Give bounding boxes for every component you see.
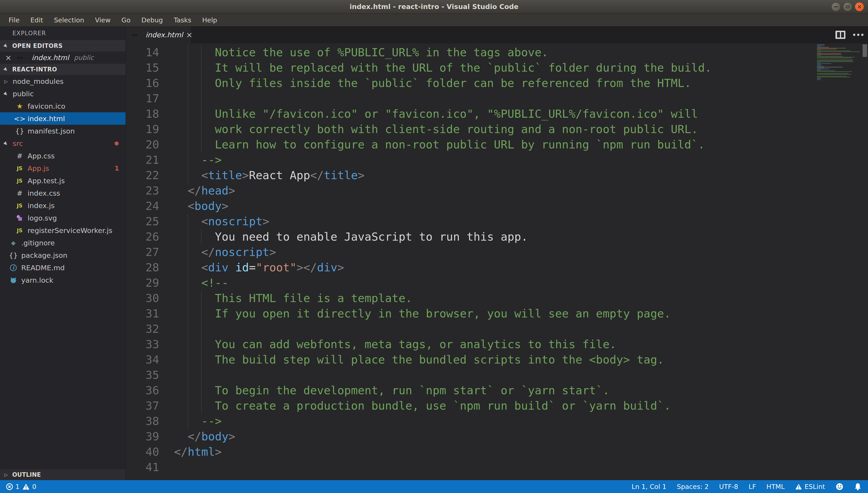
code-line-35[interactable]: 35: [126, 367, 868, 383]
code-line-19[interactable]: 19 work correctly both with client-side …: [126, 122, 868, 137]
code-line-33[interactable]: 33 You can add webfonts, meta tags, or a…: [126, 337, 868, 352]
problems-warnings[interactable]: 0: [22, 483, 36, 491]
minimize-button[interactable]: [831, 2, 841, 11]
code-line-32[interactable]: 32: [126, 321, 868, 337]
code-line-17[interactable]: 17: [126, 91, 868, 106]
menu-tasks[interactable]: Tasks: [168, 14, 197, 26]
menu-selection[interactable]: Selection: [49, 14, 90, 26]
file-index-css[interactable]: #index.css: [0, 187, 125, 199]
chevron-expanded-icon[interactable]: ▶: [2, 90, 10, 98]
split-editor-icon[interactable]: [835, 31, 845, 39]
close-editor-icon[interactable]: ×: [5, 53, 12, 62]
language-mode[interactable]: HTML: [766, 483, 785, 491]
menu-edit[interactable]: Edit: [25, 14, 49, 26]
menu-view[interactable]: View: [89, 14, 116, 26]
editor-zone: <> index.html × 14 Notice the use of %PU…: [126, 26, 868, 480]
notifications-bell-icon[interactable]: [854, 483, 862, 491]
file-index-js[interactable]: JSindex.js: [0, 199, 125, 212]
tree-item-label: .gitignore: [21, 239, 55, 247]
linter-status[interactable]: ESLint: [795, 483, 825, 491]
chevron-collapsed-icon[interactable]: ▷: [3, 79, 9, 84]
line-content: work correctly both with client-side rou…: [159, 122, 868, 137]
file-app-test-js[interactable]: JSApp.test.js: [0, 174, 125, 187]
problems-errors[interactable]: 1: [6, 483, 19, 491]
code-line-39[interactable]: 39 </body>: [126, 429, 868, 444]
folder-public[interactable]: ▶public: [0, 87, 125, 100]
minimap-line: [817, 50, 821, 50]
code-line-20[interactable]: 20 Learn how to configure a non-root pub…: [126, 137, 868, 152]
maximize-button[interactable]: [843, 2, 852, 11]
line-content: Notice the use of %PUBLIC_URL% in the ta…: [159, 45, 868, 60]
code-line-25[interactable]: 25 <noscript>: [126, 214, 868, 229]
code-line-31[interactable]: 31 If you open it directly in the browse…: [126, 306, 868, 321]
line-number: 41: [126, 459, 159, 475]
minimap-line: [817, 65, 821, 66]
code-line-15[interactable]: 15 It will be replaced with the URL of t…: [126, 60, 868, 76]
file-package-json[interactable]: {}package.json: [0, 249, 125, 261]
file-logo-svg[interactable]: logo.svg: [0, 212, 125, 224]
encoding-setting[interactable]: UTF-8: [719, 483, 738, 491]
file-readme-md[interactable]: iREADME.md: [0, 261, 125, 274]
feedback-smiley-icon[interactable]: [835, 483, 844, 491]
vertical-scrollbar[interactable]: [862, 43, 868, 480]
minimap-line: [817, 70, 835, 71]
file-registerserviceworker-js[interactable]: JSregisterServiceWorker.js: [0, 224, 125, 237]
code-line-28[interactable]: 28 <div id="root"></div>: [126, 260, 868, 275]
file-favicon-ico[interactable]: ★favicon.ico: [0, 100, 125, 112]
folder-src[interactable]: ▶src: [0, 137, 125, 150]
code-line-23[interactable]: 23 </head>: [126, 183, 868, 198]
tab-index-html[interactable]: <> index.html ×: [126, 26, 191, 43]
indent-guide: [201, 60, 202, 76]
file--gitignore[interactable]: ◆.gitignore: [0, 237, 125, 249]
file-app-js[interactable]: JSApp.js1: [0, 162, 125, 174]
line-number: 14: [126, 45, 159, 60]
tree-item-label: node_modules: [13, 77, 64, 85]
more-actions-icon[interactable]: [853, 34, 864, 36]
code-line-41[interactable]: 41: [126, 459, 868, 475]
file-manifest-json[interactable]: {}manifest.json: [0, 125, 125, 137]
scrollbar-thumb[interactable]: [863, 44, 867, 57]
json-file-icon: {}: [8, 251, 18, 259]
code-line-36[interactable]: 36 To begin the development, run `npm st…: [126, 383, 868, 398]
menu-debug[interactable]: Debug: [136, 14, 168, 26]
code-line-38[interactable]: 38 -->: [126, 413, 868, 429]
code-line-21[interactable]: 21 -->: [126, 152, 868, 168]
code-line-24[interactable]: 24 <body>: [126, 198, 868, 214]
minimap[interactable]: [817, 44, 861, 480]
folder-node-modules[interactable]: ▷node_modules: [0, 75, 125, 87]
file-app-css[interactable]: #App.css: [0, 150, 125, 162]
file-yarn-lock[interactable]: yarn.lock: [0, 274, 125, 286]
file-index-html[interactable]: <>index.html: [0, 112, 125, 125]
code-editor[interactable]: 14 Notice the use of %PUBLIC_URL% in the…: [126, 43, 868, 480]
eol-setting[interactable]: LF: [749, 483, 756, 491]
code-line-22[interactable]: 22 <title>React App</title>: [126, 168, 868, 183]
indentation-setting[interactable]: Spaces: 2: [677, 483, 708, 491]
code-line-18[interactable]: 18 Unlike "/favicon.ico" or "favicon.ico…: [126, 106, 868, 122]
menu-help[interactable]: Help: [197, 14, 223, 26]
code-line-26[interactable]: 26 You need to enable JavaScript to run …: [126, 229, 868, 244]
menu-file[interactable]: File: [3, 14, 25, 26]
line-number: 33: [126, 337, 159, 352]
code-line-29[interactable]: 29 <!--: [126, 275, 868, 291]
js-file-icon: JS: [15, 228, 24, 233]
code-line-14[interactable]: 14 Notice the use of %PUBLIC_URL% in the…: [126, 45, 868, 60]
cursor-position[interactable]: Ln 1, Col 1: [632, 483, 666, 491]
code-line-27[interactable]: 27 </noscript>: [126, 244, 868, 260]
tab-close-icon[interactable]: ×: [186, 30, 193, 39]
code-line-34[interactable]: 34 The build step will place the bundled…: [126, 352, 868, 367]
code-line-37[interactable]: 37 To create a production bundle, use `n…: [126, 398, 868, 413]
project-root-header[interactable]: ▶ REACT-INTRO: [0, 64, 125, 75]
chevron-expanded-icon[interactable]: ▶: [2, 140, 10, 147]
open-editor-item[interactable]: ×<>index.htmlpublic: [0, 51, 125, 64]
menu-go[interactable]: Go: [116, 14, 136, 26]
open-editors-header[interactable]: ▶ OPEN EDITORS: [0, 40, 125, 51]
close-button[interactable]: ✕: [855, 2, 864, 11]
indent-guide: [201, 321, 202, 337]
code-line-16[interactable]: 16 Only files inside the `public` folder…: [126, 76, 868, 91]
chevron-collapsed-icon: ▷: [3, 472, 9, 477]
code-line-40[interactable]: 40</html>: [126, 444, 868, 459]
code-line-30[interactable]: 30 This HTML file is a template.: [126, 291, 868, 306]
info-file-icon: i: [8, 264, 18, 271]
indent-guide: [188, 45, 188, 60]
outline-header[interactable]: ▷ OUTLINE: [0, 469, 125, 480]
